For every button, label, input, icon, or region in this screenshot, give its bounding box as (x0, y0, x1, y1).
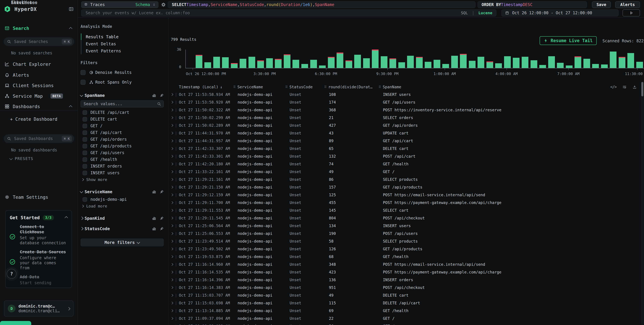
histogram-bar[interactable] (530, 60, 537, 68)
row-expander[interactable]: | (168, 216, 178, 220)
language-toggle-sql[interactable]: SQL (461, 11, 468, 15)
table-row[interactable]: | Oct 27 11:23:49.502 AM nodejs-demo-api… (168, 245, 641, 253)
histogram-bar[interactable] (539, 65, 546, 68)
event-search-bar[interactable]: SQL | Lucene (81, 10, 496, 17)
histogram-bar[interactable] (495, 63, 502, 68)
language-toggle-lucene[interactable]: Lucene (478, 11, 492, 15)
histogram-bar[interactable] (248, 57, 255, 68)
create-dashboard-button[interactable]: + Create Dashboard (0, 116, 78, 123)
table-row[interactable]: | Oct 27 11:15:03.698 AM nodejs-demo-api… (168, 299, 641, 307)
filter-option[interactable]: GET /api/orders (80, 136, 164, 143)
sidebar-item-search[interactable]: Search (0, 25, 78, 32)
row-expander[interactable]: | (168, 177, 178, 182)
histogram-bar[interactable] (610, 52, 616, 68)
histogram-bar[interactable] (574, 57, 581, 68)
event-search-input[interactable] (85, 11, 458, 16)
presets-toggle[interactable]: PRESETS (10, 156, 34, 161)
row-expander[interactable]: | (168, 270, 178, 274)
histogram-bar[interactable] (434, 60, 440, 68)
checkbox[interactable] (82, 144, 87, 148)
histogram-bar[interactable] (266, 58, 273, 68)
checkbox[interactable] (82, 157, 87, 162)
row-expander[interactable]: | (168, 208, 178, 212)
filter-option[interactable]: GET /api/products (80, 143, 164, 149)
table-row[interactable]: | Oct 27 11:53:58.934 AM nodejs-demo-api… (168, 91, 641, 98)
column-header-spanname[interactable]: ⠿ SpanName (378, 85, 641, 89)
source-selector[interactable]: Traces Schema (81, 1, 158, 8)
drag-handle-icon[interactable]: ⠿ (324, 85, 327, 89)
histogram-bar[interactable] (346, 61, 352, 68)
chart-filter-icon[interactable] (152, 93, 156, 97)
row-expander[interactable]: | (168, 324, 178, 325)
get-started-step[interactable]: Connect to ClickHouse Set up your databa… (6, 221, 72, 246)
filter-option[interactable]: nodejs-demo-api (80, 196, 164, 203)
sidebar-item-chart-explorer[interactable]: Chart Explorer (0, 61, 78, 68)
column-header-duration[interactable]: ⠿ round(divide(Durat… (324, 85, 378, 89)
table-row[interactable]: | Oct 27 11:13:14.885 AM nodejs-demo-api… (168, 307, 641, 314)
row-expander[interactable]: | (168, 193, 178, 197)
orderby-query-input[interactable]: ORDER BY Timestamp DESC (478, 1, 587, 8)
load-more-link[interactable]: Load more (80, 203, 164, 209)
histogram-bar[interactable] (213, 57, 220, 68)
histogram-bar[interactable] (204, 62, 211, 68)
table-row[interactable]: | Oct 27 11:16:14.535 AM nodejs-demo-api… (168, 268, 641, 276)
checkbox[interactable] (82, 164, 87, 169)
table-row[interactable]: | Oct 27 11:42:33.301 AM nodejs-demo-api… (168, 152, 641, 160)
saved-searches-search[interactable]: ⌘ K (4, 37, 74, 46)
table-row[interactable]: | Oct 27 11:06:33.033 AM nodejs-demo-api… (168, 322, 641, 325)
table-row[interactable]: | Oct 27 11:29:21.150 AM nodejs-demo-api… (168, 183, 641, 191)
saved-searches-input[interactable] (14, 39, 59, 44)
sidebar-item-dashboards[interactable]: Dashboards (0, 103, 78, 110)
histogram-bar[interactable] (504, 56, 511, 68)
filter-group-statuscode[interactable]: StatusCode (80, 226, 164, 232)
histogram-bar[interactable] (619, 58, 625, 68)
histogram-bar[interactable] (486, 62, 493, 68)
table-row[interactable]: | Oct 27 11:29:11.700 AM nodejs-demo-api… (168, 199, 641, 206)
histogram-plot[interactable]: Oct 26 12:00:00 PM3:30:00 PM6:30:00 PM9:… (186, 50, 644, 68)
sidebar-item-team-settings[interactable]: Team Settings (0, 193, 78, 201)
analysis-mode-option[interactable]: Event Deltas (82, 40, 164, 47)
row-expander[interactable]: | (168, 308, 178, 313)
user-menu[interactable]: D dominic.tran@c… dominic.tran@cli… (4, 300, 74, 316)
histogram-bar[interactable] (372, 51, 378, 68)
filter-option[interactable]: INSERT orders (80, 163, 164, 170)
download-icon[interactable] (632, 85, 636, 89)
row-expander[interactable]: | (168, 131, 178, 135)
view-source-icon[interactable]: </> (610, 85, 616, 89)
table-row[interactable]: | Oct 27 11:09:37.094 AM nodejs-demo-api… (168, 314, 641, 322)
collapse-sidebar-icon[interactable] (69, 7, 74, 12)
histogram-bar[interactable] (584, 59, 590, 68)
alerts-button[interactable]: Alerts (615, 1, 640, 8)
row-expander[interactable]: | (168, 285, 178, 290)
table-row[interactable]: | Oct 27 11:16:14.383 AM nodejs-demo-api… (168, 284, 641, 291)
analysis-mode-option[interactable]: Event Patterns (82, 47, 164, 54)
checkbox[interactable] (82, 151, 87, 155)
histogram-bar[interactable] (522, 57, 528, 68)
histogram-bar[interactable] (240, 59, 246, 68)
table-row[interactable]: | Oct 27 11:25:06.564 AM nodejs-demo-api… (168, 222, 641, 230)
filter-toggle-root-spans[interactable]: Root Spans Only (80, 78, 164, 87)
histogram-bar[interactable] (301, 64, 308, 68)
row-expander[interactable]: | (168, 200, 178, 205)
filter-option[interactable]: GET /health (80, 156, 164, 163)
chart-filter-icon[interactable] (152, 216, 156, 220)
histogram-bar[interactable] (390, 59, 396, 68)
histogram-bar[interactable] (336, 54, 343, 68)
histogram-bar[interactable] (460, 55, 467, 68)
filter-toggle-denoise[interactable]: Denoise Results (80, 68, 164, 77)
row-expander[interactable]: | (168, 116, 178, 120)
histogram-bar[interactable] (628, 53, 634, 68)
checkbox[interactable] (80, 70, 86, 75)
row-expander[interactable]: | (168, 278, 178, 282)
pin-icon[interactable] (160, 216, 164, 220)
table-row[interactable]: | Oct 27 11:42:20.180 AM nodejs-demo-api… (168, 160, 641, 168)
histogram-bar[interactable] (451, 56, 458, 68)
save-button[interactable]: Save (592, 1, 611, 8)
filter-group-spankind[interactable]: SpanKind (80, 215, 164, 221)
filter-value-search-input[interactable] (83, 101, 157, 106)
checkbox[interactable] (82, 117, 87, 122)
row-expander[interactable]: | (168, 170, 178, 174)
drag-handle-icon[interactable]: ⠿ (233, 85, 236, 89)
drag-handle-icon[interactable]: ⠿ (285, 85, 288, 89)
sidebar-item-alerts[interactable]: Alerts (0, 71, 78, 79)
